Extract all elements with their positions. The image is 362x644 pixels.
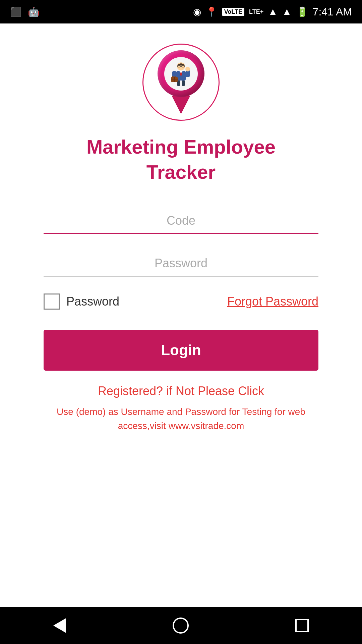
- svg-rect-13: [182, 80, 185, 86]
- password-input[interactable]: [44, 251, 318, 277]
- battery-icon: 🔋: [296, 6, 308, 17]
- pin-tail: [172, 96, 190, 114]
- code-input[interactable]: [44, 208, 318, 234]
- person-icon: [164, 57, 198, 91]
- pin-head: [158, 50, 204, 97]
- status-bar-right: ◉ 📍 VoLTE LTE+ ▲ ▲ 🔋 7:41 AM: [193, 6, 352, 18]
- forgot-password-link[interactable]: Forgot Password: [227, 294, 318, 309]
- status-bar: ⬛ 🤖 ◉ 📍 VoLTE LTE+ ▲ ▲ 🔋 7:41 AM: [0, 0, 362, 23]
- register-text[interactable]: Registered? if Not Please Click: [44, 384, 318, 398]
- login-button[interactable]: Login: [44, 330, 318, 371]
- status-time: 7:41 AM: [313, 6, 352, 18]
- signal-icon-2: ▲: [282, 6, 292, 17]
- signal-icon: ▲: [268, 6, 278, 17]
- show-password-label: Password: [66, 294, 119, 309]
- wifi-icon: ◉: [193, 6, 201, 17]
- main-content: Marketing Employee Tracker Password Forg…: [0, 23, 362, 607]
- svg-rect-11: [186, 67, 188, 70]
- show-password-row: Password Forgot Password: [44, 293, 318, 310]
- recent-button[interactable]: [295, 619, 309, 632]
- location-icon: 📍: [206, 6, 218, 17]
- show-password-checkbox-container[interactable]: Password: [44, 293, 119, 310]
- form-container: Password Forgot Password Login Registere…: [44, 208, 318, 433]
- demo-text: Use (demo) as Username and Password for …: [44, 405, 318, 433]
- logo-container: [142, 44, 220, 121]
- nav-bar: [0, 607, 362, 644]
- code-input-group: [44, 208, 318, 234]
- image-icon: ⬛: [10, 6, 22, 17]
- app-title: Marketing Employee Tracker: [86, 134, 276, 185]
- home-button[interactable]: [173, 618, 189, 634]
- lte-text: LTE+: [249, 8, 263, 15]
- svg-rect-17: [174, 77, 175, 82]
- volte-badge: VoLTE: [222, 8, 244, 16]
- android-icon: 🤖: [28, 6, 40, 17]
- show-password-checkbox[interactable]: [44, 293, 60, 310]
- password-input-group: [44, 251, 318, 277]
- logo-pin: [154, 50, 208, 114]
- status-bar-left: ⬛ 🤖: [10, 6, 40, 17]
- back-button[interactable]: [53, 618, 66, 633]
